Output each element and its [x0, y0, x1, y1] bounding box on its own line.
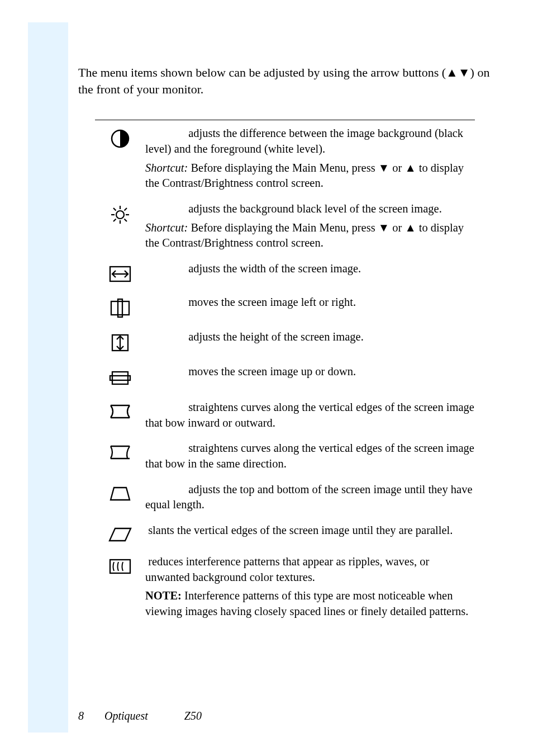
- menu-item-text: adjusts the height of the screen image.: [145, 329, 475, 345]
- menu-item-body: straightens curves along the vertical ed…: [145, 400, 475, 431]
- menu-item-extra: Shortcut: Before displaying the Main Men…: [145, 220, 475, 251]
- svg-point-1: [116, 211, 124, 219]
- rows-container: adjusts the difference between the image…: [95, 126, 475, 619]
- page: The menu items shown below can be adjust…: [0, 0, 533, 756]
- page-number: 8: [78, 710, 84, 722]
- menu-item-text: slants the vertical edges of the screen …: [145, 523, 475, 538]
- menu-item-text: reduces interference patterns that appea…: [145, 554, 475, 620]
- svg-line-6: [113, 208, 116, 211]
- menu-item-body: reduces interference patterns that appea…: [145, 554, 475, 585]
- contrast-icon: [95, 126, 145, 149]
- menu-item-text: moves the screen image up or down.: [145, 364, 475, 380]
- brightness-icon: [95, 201, 145, 226]
- left-gutter: [28, 22, 68, 733]
- menu-item-extra: Shortcut: Before displaying the Main Men…: [145, 160, 475, 191]
- menu-row: adjusts the height of the screen image.: [95, 329, 475, 354]
- menu-row: reduces interference patterns that appea…: [95, 554, 475, 620]
- svg-line-8: [113, 219, 116, 222]
- menu-item-body: adjusts the difference between the image…: [145, 126, 475, 157]
- hpos-icon: [95, 295, 145, 319]
- menu-row: adjusts the difference between the image…: [95, 126, 475, 191]
- menu-item-body: adjusts the height of the screen image.: [145, 329, 475, 345]
- top-rule: [95, 120, 475, 120]
- svg-rect-17: [110, 376, 130, 380]
- menu-item-text: adjusts the top and bottom of the screen…: [145, 482, 475, 513]
- menu-item-text: adjusts the background black level of th…: [145, 201, 475, 251]
- svg-marker-22: [111, 488, 130, 500]
- menu-item-text: straightens curves along the vertical ed…: [145, 441, 475, 471]
- menu-row: moves the screen image left or right.: [95, 295, 475, 319]
- svg-line-7: [125, 219, 127, 222]
- menu-item-text: moves the screen image left or right.: [145, 295, 475, 310]
- menu-row: moves the screen image up or down.: [95, 364, 475, 390]
- menu-item-extra: NOTE: Interference patterns of this type…: [145, 588, 475, 619]
- content-area: The menu items shown below can be adjust…: [78, 64, 492, 630]
- pinbalance-icon: [95, 441, 145, 462]
- footer-model: Z50: [184, 710, 202, 722]
- menu-row: straightens curves along the vertical ed…: [95, 441, 475, 471]
- menu-row: adjusts the background black level of th…: [95, 201, 475, 251]
- parallelogram-icon: [95, 523, 145, 544]
- menu-table: adjusts the difference between the image…: [95, 120, 475, 619]
- moire-icon: [95, 554, 145, 577]
- menu-item-body: moves the screen image left or right.: [145, 295, 475, 310]
- intro-text: The menu items shown below can be adjust…: [78, 64, 492, 97]
- page-footer: 8 Optiquest Z50: [78, 710, 202, 722]
- svg-rect-12: [111, 301, 129, 315]
- pincushion-icon: [95, 400, 145, 421]
- footer-brand: Optiquest: [104, 710, 148, 722]
- svg-rect-16: [112, 372, 128, 384]
- menu-item-body: moves the screen image up or down.: [145, 364, 475, 380]
- menu-item-body: straightens curves along the vertical ed…: [145, 441, 475, 471]
- trapezoid-icon: [95, 482, 145, 503]
- hsize-icon: [95, 261, 145, 285]
- menu-row: slants the vertical edges of the screen …: [95, 523, 475, 544]
- svg-line-9: [125, 208, 127, 211]
- menu-item-body: adjusts the top and bottom of the screen…: [145, 482, 475, 513]
- menu-item-body: slants the vertical edges of the screen …: [145, 523, 475, 538]
- vsize-icon: [95, 329, 145, 354]
- svg-marker-23: [110, 528, 131, 541]
- vpos-icon: [95, 364, 145, 390]
- menu-item-body: adjusts the background black level of th…: [145, 201, 475, 217]
- menu-row: adjusts the top and bottom of the screen…: [95, 482, 475, 513]
- menu-item-text: straightens curves along the vertical ed…: [145, 400, 475, 431]
- menu-item-text: adjusts the difference between the image…: [145, 126, 475, 191]
- menu-item-text: adjusts the width of the screen image.: [145, 261, 475, 277]
- menu-row: straightens curves along the vertical ed…: [95, 400, 475, 431]
- menu-item-body: adjusts the width of the screen image.: [145, 261, 475, 277]
- menu-row: adjusts the width of the screen image.: [95, 261, 475, 285]
